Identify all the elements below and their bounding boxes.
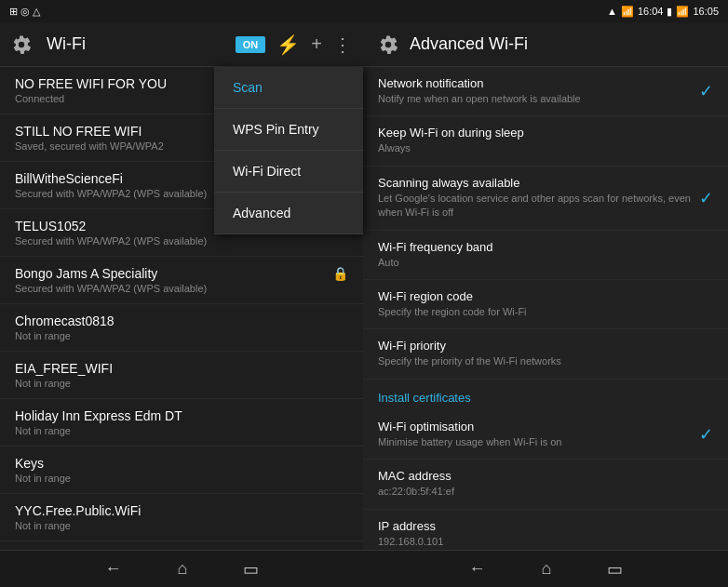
add-icon[interactable]: + (311, 33, 322, 55)
wifi-item-header-9: Keys (15, 456, 348, 471)
recents-button-right[interactable]: ▭ (607, 559, 623, 580)
advanced-item-wifi-priority[interactable]: Wi-Fi priority Specify the priority of t… (363, 329, 728, 379)
wifi-item-header-6: Chromecast0818 (15, 314, 348, 328)
home-button-left[interactable]: ⌂ (178, 559, 188, 579)
status-time: 16:04 (638, 6, 664, 17)
advanced-gear-icon (378, 34, 398, 55)
wifi-item-holiday-inn[interactable]: Holiday Inn Express Edm DT Not in range (0, 399, 363, 447)
dropdown-scan[interactable]: Scan (214, 67, 363, 109)
dropdown-wifi-direct[interactable]: Wi-Fi Direct (214, 151, 363, 193)
recents-button-left[interactable]: ▭ (243, 559, 259, 580)
wifi-toggle[interactable]: ON (236, 36, 266, 53)
wifi-item-eia-free-wifi[interactable]: EIA_FREE_WIFI Not in range (0, 352, 363, 399)
more-icon[interactable]: ⋮ (333, 33, 352, 56)
wifi-item-yyc-free[interactable]: YYC.Free.Public.WiFi Not in range (0, 494, 363, 541)
wifi-panel-title: Wi-Fi (47, 34, 224, 54)
advanced-list: Network notification Notify me when an o… (363, 67, 728, 550)
advanced-section-install-certs[interactable]: Install certificates (363, 380, 728, 410)
wifi-panel: Wi-Fi ON ⚡ + ⋮ NO FREE WIFI FOR YOU Conn… (0, 22, 363, 550)
status-time2: 16:05 (693, 6, 719, 17)
checkmark-icon-1: ✓ (699, 81, 713, 101)
wifi-item-chromecast[interactable]: Chromecast0818 Not in range (0, 304, 363, 352)
wifi-settings-icon (11, 34, 32, 55)
checkmark-icon-3: ✓ (699, 424, 713, 445)
flash-icon[interactable]: ⚡ (276, 33, 300, 56)
advanced-item-optimisation[interactable]: Wi-Fi optimisation Minimise battery usag… (363, 410, 728, 460)
wifi-item-header-7: EIA_FREE_WIFI (15, 361, 348, 376)
main-container: Wi-Fi ON ⚡ + ⋮ NO FREE WIFI FOR YOU Conn… (0, 22, 728, 550)
wifi-item-header-5: Bongo Jams A Speciality 🔒 (15, 266, 348, 281)
checkmark-icon-2: ✓ (699, 188, 713, 208)
advanced-header: Advanced Wi-Fi (363, 22, 728, 67)
android-icons: ⊞ ◎ △ (9, 6, 40, 18)
advanced-item-frequency-band[interactable]: Wi-Fi frequency band Auto (363, 231, 728, 280)
nav-bar: ← ⌂ ▭ ← ⌂ ▭ (0, 550, 728, 587)
nav-right: ← ⌂ ▭ (364, 550, 728, 587)
signal-icon: ▲ (607, 6, 617, 17)
advanced-item-scanning-always[interactable]: Scanning always available Let Google's l… (363, 167, 728, 231)
wifi-header: Wi-Fi ON ⚡ + ⋮ (0, 22, 363, 67)
back-button-left[interactable]: ← (105, 559, 122, 579)
status-bar-left: ⊞ ◎ △ (9, 6, 40, 18)
wifi-status-icon: 📶 (621, 6, 634, 18)
status-bar: ⊞ ◎ △ ▲ 📶 16:04 ▮ 📶 16:05 (0, 0, 728, 22)
wifi-signal-icon-2: 🔒 (332, 266, 348, 281)
advanced-panel-title: Advanced Wi-Fi (410, 34, 528, 54)
advanced-panel: Advanced Wi-Fi Network notification Noti… (363, 22, 728, 550)
advanced-item-keep-wifi-sleep[interactable]: Keep Wi-Fi on during sleep Always (363, 116, 728, 166)
wifi-item-header-10: YYC.Free.Public.WiFi (15, 503, 348, 518)
advanced-item-region-code[interactable]: Wi-Fi region code Specify the region cod… (363, 280, 728, 329)
wifi-item-bongo-jams[interactable]: Bongo Jams A Speciality 🔒 Secured with W… (0, 257, 363, 304)
home-button-right[interactable]: ⌂ (542, 559, 552, 579)
advanced-item-mac-address: MAC address ac:22:0b:5f:41:ef (363, 460, 728, 509)
dropdown-wps-pin[interactable]: WPS Pin Entry (214, 109, 363, 151)
wifi-item-header-8: Holiday Inn Express Edm DT (15, 408, 348, 423)
dropdown-advanced[interactable]: Advanced (214, 193, 363, 234)
wifi-item-keys[interactable]: Keys Not in range (0, 447, 363, 494)
advanced-item-ip-address: IP address 192.168.0.101fe80::ae22:bff:f… (363, 510, 728, 550)
nav-left: ← ⌂ ▭ (0, 550, 364, 587)
battery-icon: ▮ (667, 6, 672, 18)
advanced-item-network-notification[interactable]: Network notification Notify me when an o… (363, 67, 728, 116)
back-button-right[interactable]: ← (469, 559, 486, 579)
wifi-icon-right: 📶 (676, 6, 689, 18)
dropdown-menu: Scan WPS Pin Entry Wi-Fi Direct Advanced (214, 67, 363, 234)
status-bar-right: ▲ 📶 16:04 ▮ 📶 16:05 (607, 6, 719, 18)
